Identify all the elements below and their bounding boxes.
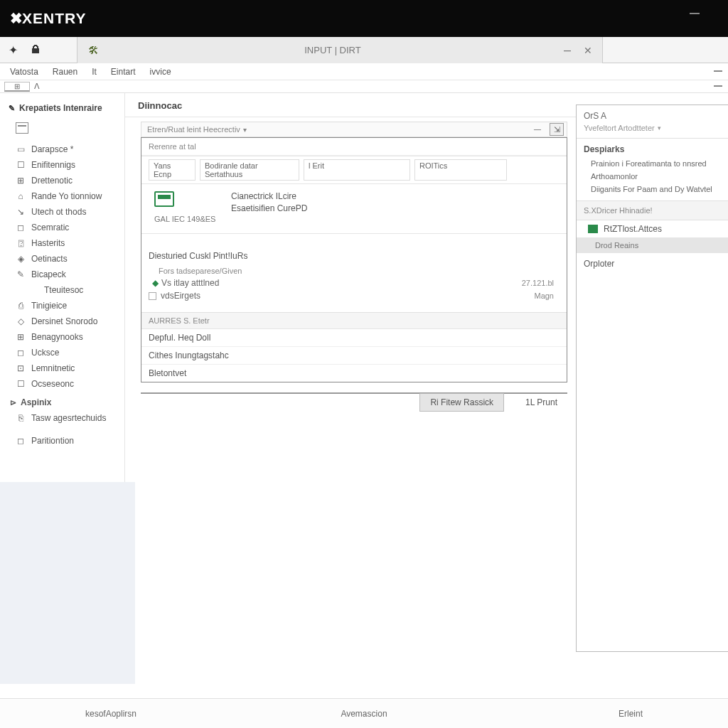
tab-minimize-icon[interactable]: – xyxy=(564,43,571,58)
box-icon: ▭ xyxy=(16,144,26,154)
plus-icon[interactable]: ✦ xyxy=(6,43,20,57)
checklist-title: Diesturied Cuskl Pint!IuRs xyxy=(141,244,567,265)
row-minimize-icon[interactable] xyxy=(714,85,722,87)
main-panel: Rerenre at tal Yans Ecnp Bodiranle datar… xyxy=(141,137,567,382)
primary-button[interactable]: Ri Fitew Rassick xyxy=(419,393,504,412)
checkbox-icon[interactable] xyxy=(149,292,156,300)
action-item[interactable]: Cithes Inungtagstahc xyxy=(141,347,567,365)
footer-mid[interactable]: Avemascion xyxy=(200,709,528,719)
sidebar-item[interactable]: ✎Bicapeck xyxy=(0,267,124,282)
edit-icon: ✎ xyxy=(16,269,26,279)
sidebar-item[interactable]: ⌂Rande Yo tionniow xyxy=(0,188,124,204)
device-icon-column: GAL IEC 149&ES xyxy=(149,191,220,223)
box-icon: ◻ xyxy=(16,223,26,232)
device-code: GAL IEC 149&ES xyxy=(154,215,220,223)
right-panel: OrS A Yvefeltort Artodtteter ▾ Despiarks… xyxy=(576,105,728,652)
device-icon xyxy=(154,191,174,207)
filter-action-button[interactable]: ⇲ xyxy=(550,123,564,136)
menu-minimize-icon[interactable] xyxy=(714,70,722,72)
footer-left[interactable]: kesofAoplirsn xyxy=(0,709,200,719)
sidebar-item[interactable]: ◇Dersinet Snorodo xyxy=(0,314,124,329)
window-minimize-icon[interactable] xyxy=(690,13,700,14)
sidebar-item[interactable]: Tteuitesoc xyxy=(0,282,124,298)
sidebar-item[interactable]: ◻Ucksce xyxy=(0,345,124,360)
tab-wrench-icon: 🛠︎ xyxy=(85,43,102,58)
menu-item[interactable]: ivvice xyxy=(143,67,178,77)
sidebar-item[interactable]: ⊞Drettenotic xyxy=(0,173,124,188)
content-area: Diinnocac Etren/Ruat leint Heecrectiv ▾ … xyxy=(125,93,728,683)
actions-header: AURRES S. Etetr xyxy=(141,313,567,329)
sidebar-item[interactable]: ↘Utech ot thods xyxy=(0,204,124,220)
tab-close-icon[interactable]: ✕ xyxy=(584,45,592,56)
box-icon: ☐ xyxy=(16,160,26,170)
sidebar-item[interactable]: ◈Oetinacts xyxy=(0,251,124,267)
rp-item[interactable]: Prainion i Foreatimanta to nnsred xyxy=(577,157,728,170)
action-item[interactable]: Depful. Heq Doll xyxy=(141,329,567,347)
sidebar-item[interactable]: ⊡Lemnitnetic xyxy=(0,360,124,376)
checklist-subhead: Fors tadseparese/Given xyxy=(141,265,567,277)
app-logo: ✖XENTRY xyxy=(10,10,86,27)
arrow-icon: ↘ xyxy=(16,207,26,217)
device-line1: Cianectrick ILcire xyxy=(231,191,560,201)
rp-info-section: OrS A Yvefeltort Artodtteter ▾ xyxy=(577,105,728,139)
home-icon: ⌂ xyxy=(16,191,26,201)
checklist-item[interactable]: ◆ Vs itlay atttlned 27.121.bl xyxy=(141,277,567,289)
rp-sub[interactable]: Yvefeltort Artodtteter ▾ xyxy=(577,122,728,138)
rp-item[interactable]: Diiganits For Paam and Dy Watvtel xyxy=(577,183,728,200)
content-header: Diinnocac xyxy=(125,93,576,117)
button-row: Ri Fitew Rassick 1L Prunt xyxy=(141,392,567,412)
rp-item[interactable]: Arthoamonlor xyxy=(577,170,728,183)
rp-tests-header: S.XDricer Hhinadie! xyxy=(577,200,728,220)
filter-label: Etren/Ruat leint Heecrectiv xyxy=(147,125,240,134)
rp-test-item-selected[interactable]: Drod Reains xyxy=(577,237,728,253)
chevron-down-icon: ▾ xyxy=(658,124,661,132)
lock-icon[interactable]: 🔒︎ xyxy=(28,43,43,57)
status-icon xyxy=(588,225,598,233)
col-header[interactable]: l Erit xyxy=(304,159,410,181)
rp-label: Orploter xyxy=(577,253,728,274)
checklist-item[interactable]: vdsEirgets Magn xyxy=(141,289,567,302)
sidebar-item[interactable]: ☐Ocseseonc xyxy=(0,376,124,392)
sidebar-item[interactable]: ⍰Hasterits xyxy=(0,235,124,251)
sidebar-item[interactable]: ⎘Tasw agesrtechuids xyxy=(0,410,124,426)
device-row: GAL IEC 149&ES Cianectrick ILcire Esaeti… xyxy=(141,184,567,228)
document-tab[interactable]: 🛠︎ INPUT | DIRT – ✕ xyxy=(77,37,603,63)
col-header[interactable]: Yans Ecnp xyxy=(149,159,196,181)
menu-item[interactable]: Vatosta xyxy=(3,67,46,77)
menu-item[interactable]: It xyxy=(85,67,104,77)
tab-title: INPUT | DIRT xyxy=(102,45,564,55)
footer: kesofAoplirsn Avemascion Erleint xyxy=(0,698,728,728)
collapse-icon[interactable]: ─ xyxy=(534,124,541,135)
box-icon: ◻ xyxy=(16,348,26,358)
sidebar-item[interactable]: ◻Paritiontion xyxy=(0,433,124,449)
chevron-up-icon[interactable]: ᐱ xyxy=(34,82,40,91)
col-header[interactable]: ROITics xyxy=(414,159,507,181)
grid-icon: ⊞ xyxy=(16,176,26,186)
title-bar: ✖XENTRY xyxy=(0,0,728,37)
filter-bar[interactable]: Etren/Ruat leint Heecrectiv ▾ ─ ⇲ xyxy=(141,122,567,137)
menu-item[interactable]: Eintart xyxy=(104,67,143,77)
diamond-icon: ◈ xyxy=(16,254,26,264)
sidebar-item[interactable]: ◻Scemratic xyxy=(0,220,124,235)
footer-right[interactable]: Erleint xyxy=(528,709,728,719)
diamond-icon: ◇ xyxy=(16,316,26,326)
col-header[interactable]: Bodiranle datar Sertathuus xyxy=(200,159,299,181)
column-headers: Yans Ecnp Bodiranle datar Sertathuus l E… xyxy=(141,156,567,184)
secondary-button[interactable]: 1L Prunt xyxy=(515,394,567,411)
box-icon: ☐ xyxy=(16,379,26,389)
action-item[interactable]: Bletontvet xyxy=(141,365,567,382)
rp-heading: Despiarks xyxy=(577,139,728,157)
sidebar-doc-icon[interactable] xyxy=(0,120,124,141)
sidebar-item[interactable]: ▭Darapsce * xyxy=(0,141,124,157)
chevron-down-icon: ▾ xyxy=(243,126,247,134)
sidebar-item[interactable]: ☐Enifitennigs xyxy=(0,157,124,173)
sidebar-item[interactable]: ⎙Tinigieice xyxy=(0,298,124,314)
expand-icon: ⊳ xyxy=(10,398,16,407)
sidebar-item[interactable]: ⊞Benagynooks xyxy=(0,329,124,345)
menu-bar: Vatosta Rauen It Eintart ivvice xyxy=(0,63,728,80)
menu-item[interactable]: Rauen xyxy=(46,67,85,77)
tool-button[interactable]: ⊞ xyxy=(4,82,30,92)
checklist-value: 27.121.bl xyxy=(522,279,560,287)
rp-test-item[interactable]: RtZTlost.Attces xyxy=(577,220,728,237)
checklist-value: Magn xyxy=(534,291,560,300)
